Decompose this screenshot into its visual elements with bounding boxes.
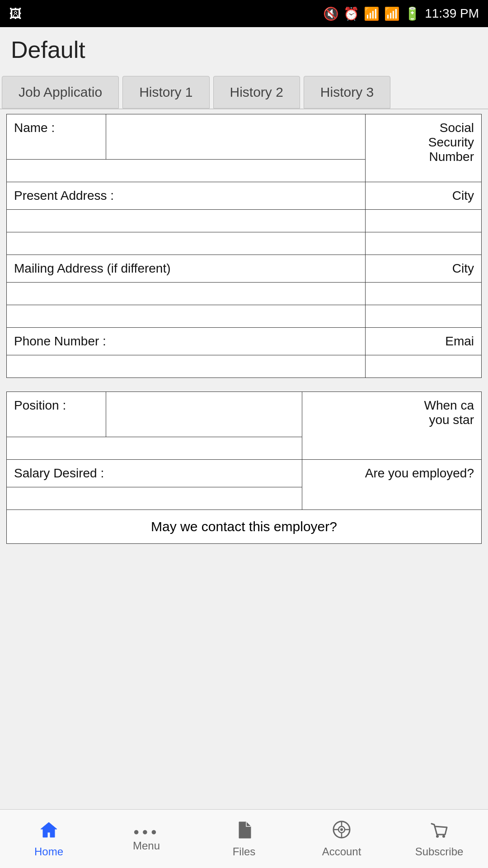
city-value-2[interactable] (366, 283, 482, 305)
photo-icon: 🖼 (9, 6, 22, 21)
table-row (7, 232, 482, 255)
table-row: Present Address : City (7, 182, 482, 210)
table-row: Position : When cayou star (7, 392, 482, 437)
nav-account-label: Account (322, 845, 361, 858)
address-extra-1[interactable] (7, 232, 366, 255)
email-value[interactable] (366, 355, 482, 378)
form-table-1: Name : SocialSecurityNumber Present Addr… (6, 114, 482, 378)
mailing-extra-city[interactable] (366, 305, 482, 328)
subscribe-icon (430, 820, 449, 844)
position-value[interactable] (106, 392, 302, 437)
nav-files[interactable]: Files (195, 820, 293, 858)
mute-icon: 🔇 (323, 6, 339, 21)
name-extra[interactable] (7, 160, 366, 182)
position-extra[interactable] (7, 437, 302, 460)
ssn-label: SocialSecurityNumber (366, 114, 482, 182)
battery-icon: 🔋 (404, 6, 420, 21)
table-row: May we contact this employer? (7, 510, 482, 544)
content-area: Name : SocialSecurityNumber Present Addr… (0, 109, 488, 625)
table-row (7, 305, 482, 328)
tab-history-3[interactable]: History 3 (304, 76, 390, 108)
address-value-1[interactable] (7, 210, 366, 232)
nav-menu-label: Menu (133, 840, 160, 852)
nav-files-label: Files (233, 845, 256, 858)
svg-point-8 (442, 835, 445, 838)
table-row: Name : SocialSecurityNumber (7, 114, 482, 160)
signal-icon: 📶 (384, 6, 400, 21)
status-right-icons: 🔇 ⏰ 📶 📶 🔋 11:39 PM (323, 6, 479, 21)
menu-icon: ●●● (133, 826, 160, 838)
table-row (7, 355, 482, 378)
address-extra-city-1[interactable] (366, 232, 482, 255)
table-row (7, 210, 482, 232)
city-value-1[interactable] (366, 210, 482, 232)
tab-bar: Job Applicatio History 1 History 2 Histo… (0, 72, 488, 109)
nav-home[interactable]: Home (0, 820, 98, 858)
status-bar: 🖼 🔇 ⏰ 📶 📶 🔋 11:39 PM (0, 0, 488, 27)
files-icon (235, 820, 253, 844)
tab-history-2[interactable]: History 2 (213, 76, 300, 108)
employed-label: Are you employed? (302, 460, 482, 510)
page-title: Default (0, 27, 488, 72)
table-row: Phone Number : Emai (7, 328, 482, 355)
svg-point-7 (436, 835, 439, 838)
mailing-extra[interactable] (7, 305, 366, 328)
table-row: Mailing Address (if different) City (7, 255, 482, 283)
tab-job-application[interactable]: Job Applicatio (2, 76, 119, 108)
phone-value[interactable] (7, 355, 366, 378)
name-label: Name : (7, 114, 106, 160)
nav-subscribe[interactable]: Subscribe (390, 820, 488, 858)
nav-menu[interactable]: ●●● Menu (98, 826, 195, 852)
position-label: Position : (7, 392, 106, 437)
email-label: Emai (366, 328, 482, 355)
form-table-2: Position : When cayou star Salary Desire… (6, 392, 482, 544)
clock-display: 11:39 PM (425, 6, 479, 21)
mailing-address-label: Mailing Address (if different) (7, 255, 366, 283)
home-icon (39, 820, 58, 844)
wifi-icon: 📶 (364, 6, 380, 21)
nav-account[interactable]: Account (293, 820, 390, 858)
table-row (7, 283, 482, 305)
nav-home-label: Home (34, 845, 63, 858)
city-label-1: City (366, 182, 482, 210)
contact-employer-label: May we contact this employer? (7, 510, 482, 544)
present-address-label: Present Address : (7, 182, 366, 210)
table-row: Salary Desired : Are you employed? (7, 460, 482, 487)
account-icon (332, 820, 351, 844)
tab-history-1[interactable]: History 1 (122, 76, 209, 108)
status-left-icons: 🖼 (9, 6, 22, 21)
svg-point-2 (340, 828, 343, 831)
bottom-nav: Home ●●● Menu Files Account (0, 809, 488, 868)
when-start-label: When cayou star (302, 392, 482, 460)
salary-value[interactable] (7, 487, 302, 510)
salary-label: Salary Desired : (7, 460, 302, 487)
phone-label: Phone Number : (7, 328, 366, 355)
name-value[interactable] (106, 114, 366, 160)
alarm-icon: ⏰ (343, 6, 359, 21)
mailing-value[interactable] (7, 283, 366, 305)
nav-subscribe-label: Subscribe (415, 845, 464, 858)
city-label-2: City (366, 255, 482, 283)
